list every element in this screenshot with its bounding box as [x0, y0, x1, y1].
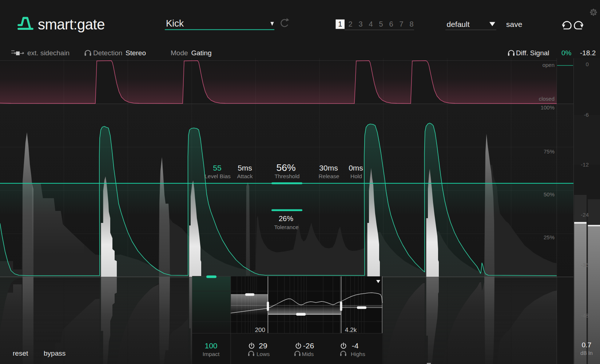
svg-text:1: 1 [338, 20, 342, 28]
svg-text:Level Bias: Level Bias [204, 173, 231, 179]
svg-text:-12: -12 [581, 161, 589, 168]
svg-text:Tolerance: Tolerance [274, 224, 298, 230]
svg-text:75%: 75% [544, 148, 555, 155]
svg-text:Threshold: Threshold [275, 173, 300, 179]
svg-text:-6: -6 [584, 112, 589, 118]
svg-text:-4: -4 [352, 341, 359, 350]
svg-text:4.2k: 4.2k [345, 327, 357, 333]
svg-text:ext. sidechain: ext. sidechain [27, 49, 69, 57]
svg-text:Detection: Detection [93, 49, 122, 57]
svg-text:reset: reset [13, 349, 28, 357]
svg-text:29: 29 [259, 341, 267, 350]
svg-text:50%: 50% [544, 191, 555, 197]
svg-text:26%: 26% [279, 215, 293, 223]
svg-text:0: 0 [586, 61, 589, 67]
svg-text:0ms: 0ms [349, 164, 363, 172]
svg-text:7: 7 [399, 20, 403, 28]
svg-text:4: 4 [369, 20, 373, 28]
svg-text:5ms: 5ms [238, 164, 252, 172]
svg-text:100%: 100% [541, 104, 555, 111]
svg-text:dB In: dB In [580, 350, 593, 356]
svg-text:5: 5 [379, 20, 383, 28]
svg-text:-26: -26 [303, 341, 314, 350]
svg-text:Highs: Highs [351, 351, 365, 357]
svg-text:-18.2: -18.2 [580, 49, 596, 57]
svg-text:smart:gate: smart:gate [38, 16, 105, 32]
svg-text:Mode: Mode [171, 49, 188, 57]
svg-text:Kick: Kick [166, 18, 184, 29]
svg-text:100: 100 [204, 341, 217, 350]
svg-text:open: open [543, 62, 555, 68]
svg-text:25%: 25% [544, 234, 555, 240]
svg-text:Impact: Impact [203, 351, 220, 357]
svg-text:3: 3 [358, 20, 362, 28]
svg-text:Gating: Gating [191, 49, 212, 57]
svg-text:Stereo: Stereo [126, 49, 146, 57]
svg-text:0%: 0% [561, 49, 572, 57]
svg-text:closed: closed [539, 96, 555, 102]
svg-text:bypass: bypass [44, 349, 65, 357]
svg-text:Hold: Hold [350, 173, 362, 179]
svg-text:-24: -24 [581, 212, 589, 218]
svg-text:-48: -48 [581, 312, 589, 319]
svg-text:0.7: 0.7 [582, 341, 591, 349]
svg-text:200: 200 [255, 327, 265, 333]
svg-text:Release: Release [319, 173, 339, 179]
svg-text:Diff. Signal: Diff. Signal [516, 49, 549, 57]
svg-text:2: 2 [348, 20, 352, 28]
svg-text:default: default [447, 20, 470, 28]
svg-text:Mids: Mids [302, 351, 314, 357]
svg-text:55: 55 [213, 164, 221, 172]
svg-text:Attack: Attack [237, 173, 253, 179]
svg-text:save: save [506, 20, 522, 28]
svg-text:-36: -36 [581, 262, 589, 268]
svg-text:8: 8 [409, 20, 413, 28]
svg-text:Lows: Lows [257, 351, 270, 357]
svg-text:30ms: 30ms [319, 164, 338, 172]
svg-text:56%: 56% [276, 162, 295, 173]
svg-text:6: 6 [389, 20, 393, 28]
